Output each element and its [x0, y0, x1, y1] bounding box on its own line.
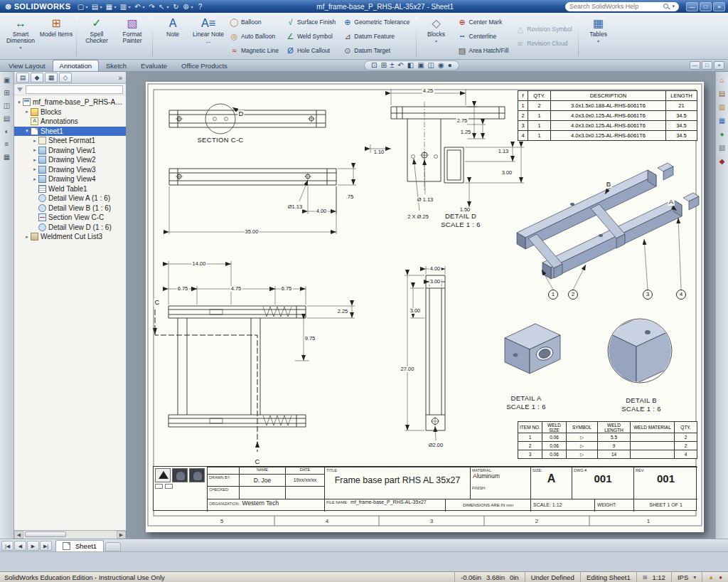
- view-label[interactable]: C: [154, 299, 160, 306]
- close-window-button[interactable]: ×: [713, 2, 725, 11]
- dimension-label[interactable]: .75: [346, 194, 354, 200]
- new-document-icon[interactable]: ▢: [75, 3, 85, 11]
- dimension-label[interactable]: 2.25: [337, 309, 349, 314]
- tree-item-blocks[interactable]: ▸Blocks: [14, 107, 126, 117]
- maximize-window-button[interactable]: □: [700, 2, 712, 11]
- table-row[interactable]: 314.0x3.0x0.125-AL-RHS-6061T634.5: [518, 121, 697, 131]
- format-painter-button[interactable]: ▧Format Painter: [114, 14, 150, 58]
- left-tool-3-icon[interactable]: ◫: [1, 100, 13, 111]
- view-label[interactable]: SCALE 1 : 6: [621, 406, 662, 413]
- tree-item-weldment-cut-list3[interactable]: ▸Weldment Cut List3: [14, 232, 126, 242]
- prev-sheet-button[interactable]: ◀: [14, 541, 26, 551]
- undo-dropdown-icon[interactable]: ▾: [142, 4, 144, 9]
- propertymanager-tab[interactable]: ◆: [31, 73, 43, 83]
- next-sheet-button[interactable]: ▶: [27, 541, 39, 551]
- linear-note-button[interactable]: A≡Linear Note ...: [191, 14, 226, 58]
- weld-symbol-button[interactable]: ∠Weld Symbol: [284, 30, 338, 43]
- print-dropdown-icon[interactable]: ▾: [128, 4, 130, 9]
- tree-item-detail-view-d-1-6[interactable]: Detail View D (1 : 6): [14, 223, 126, 233]
- solidworks-resources-icon[interactable]: ⌂: [717, 75, 727, 85]
- balloon-item[interactable]: 3: [643, 290, 653, 300]
- options-dropdown-icon[interactable]: ▾: [191, 4, 193, 9]
- view-label[interactable]: SCALE 1 : 6: [440, 221, 481, 228]
- revision-cloud-button[interactable]: ≋Revision Cloud: [513, 37, 574, 51]
- tree-item-weld-table1[interactable]: Weld Table1: [14, 184, 126, 194]
- tables-dropdown-icon[interactable]: ▾: [597, 38, 599, 43]
- view-label[interactable]: C: [254, 458, 260, 465]
- balloon-button[interactable]: ◯Balloon: [228, 16, 281, 29]
- datum-target-button[interactable]: ⊙Datum Target: [341, 44, 412, 58]
- search-icon[interactable]: [663, 4, 670, 10]
- doc-restore-button[interactable]: □: [702, 61, 712, 70]
- dimension-label[interactable]: 3.00: [429, 279, 441, 285]
- design-library-icon[interactable]: ▤: [717, 88, 727, 99]
- center-mark-button[interactable]: ⊕Center Mark: [456, 16, 511, 29]
- tree-expander-icon[interactable]: ▸: [23, 234, 31, 240]
- tree-expander-icon[interactable]: ▸: [31, 176, 38, 182]
- dimension-label[interactable]: 14.00: [192, 261, 207, 267]
- revision-symbol-button[interactable]: △Revision Symbol: [513, 23, 574, 36]
- dimension-label[interactable]: Ø1.13: [287, 204, 303, 210]
- view-label[interactable]: SCALE 1 : 6: [505, 403, 547, 411]
- save-document-dropdown-icon[interactable]: ▾: [114, 4, 116, 9]
- units-dropdown-icon[interactable]: ▾: [693, 574, 696, 581]
- select-arrow-dropdown-icon[interactable]: ▾: [166, 4, 168, 9]
- doc-close-button[interactable]: ×: [714, 61, 724, 70]
- dimension-label[interactable]: 3.00: [501, 170, 513, 176]
- tree-expander-icon[interactable]: ▸: [31, 157, 38, 163]
- tree-item-drawing-view4[interactable]: ▸Drawing View4: [14, 174, 126, 184]
- tab-office-products[interactable]: Office Products: [174, 60, 235, 71]
- left-tool-6-icon[interactable]: ≡: [1, 139, 13, 149]
- view-label[interactable]: DETAIL B: [625, 397, 658, 404]
- dimension-label[interactable]: 4.00: [316, 208, 328, 214]
- open-document-dropdown-icon[interactable]: ▾: [100, 4, 102, 9]
- quick-tip-icon[interactable]: ●: [719, 574, 722, 581]
- tree-item-annotations[interactable]: Annotations: [14, 117, 126, 127]
- tree-expander-icon[interactable]: ▸: [23, 109, 31, 115]
- units-selector[interactable]: IPS ▾: [671, 572, 702, 582]
- view-palette-icon[interactable]: ▦: [717, 115, 727, 126]
- tree-expander-icon[interactable]: ▾: [16, 100, 23, 105]
- view-orientation-icon[interactable]: ▣: [417, 61, 424, 70]
- dimension-label[interactable]: 6.75: [281, 286, 293, 292]
- previous-view-icon[interactable]: ↶: [397, 61, 403, 70]
- filter-input[interactable]: [26, 85, 123, 94]
- tree-scrollbar[interactable]: ◀ ▶: [14, 530, 126, 539]
- datum-feature-button[interactable]: ⊿Datum Feature: [341, 30, 412, 43]
- save-document-icon[interactable]: ▦: [104, 3, 114, 11]
- tree-expander-icon[interactable]: ▸: [31, 147, 38, 153]
- rebuild-icon[interactable]: ↻: [171, 3, 181, 11]
- redo-icon[interactable]: ↷: [146, 3, 156, 11]
- hide-show-items-icon[interactable]: ◉: [438, 61, 444, 70]
- centerline-button[interactable]: ╍Centerline: [456, 30, 511, 43]
- appearances-scenes-icon[interactable]: ●: [717, 129, 727, 139]
- zoom-in-out-icon[interactable]: ±: [390, 61, 395, 70]
- help-search-box[interactable]: Search SolidWorks Help ▾: [565, 2, 679, 11]
- alert-icon[interactable]: ▲: [708, 574, 714, 581]
- zoom-area-icon[interactable]: ⊞: [380, 61, 386, 70]
- table-row[interactable]: 10.06▷5.52: [518, 433, 697, 442]
- configurationmanager-tab[interactable]: ▦: [45, 73, 58, 83]
- featuremanager-tab[interactable]: ▤: [16, 73, 29, 83]
- custom-properties-icon[interactable]: ▧: [717, 142, 727, 153]
- tree-item-drawing-view1[interactable]: ▸Drawing View1: [14, 146, 126, 156]
- spell-checker-button[interactable]: ✓Spell Checker: [79, 14, 114, 58]
- panel-collapse-icon[interactable]: »: [118, 74, 124, 82]
- view-label[interactable]: DETAIL A: [510, 395, 542, 402]
- left-tool-7-icon[interactable]: ▦: [1, 152, 13, 162]
- minimize-window-button[interactable]: —: [686, 2, 698, 11]
- area-hatch-button[interactable]: ▨Area Hatch/Fill: [456, 44, 511, 58]
- first-sheet-button[interactable]: |◀: [1, 541, 14, 551]
- tables-button[interactable]: ▦Tables▾: [581, 14, 616, 58]
- dimension-label[interactable]: 6.75: [177, 286, 189, 292]
- tree-item-section-view-c-c[interactable]: Section View C-C: [14, 213, 126, 223]
- tree-expander-icon[interactable]: ▾: [23, 128, 31, 134]
- scrollbar-thumb[interactable]: [25, 531, 66, 537]
- graphics-area[interactable]: 4.252.751.251.101.133.00DSECTION C-C.75Ø…: [127, 72, 715, 539]
- hole-callout-button[interactable]: ØHole Callout: [284, 44, 338, 58]
- view-label[interactable]: B: [606, 181, 612, 188]
- smart-dimension-button[interactable]: ↔Smart Dimension▾: [3, 14, 38, 58]
- dimension-label[interactable]: 4.00: [429, 266, 441, 272]
- tree-item-drawing-view3[interactable]: ▸Drawing View3: [14, 165, 126, 175]
- table-row[interactable]: 414.0x3.0x0.125-AL-RHS-6061T634.5: [518, 131, 697, 141]
